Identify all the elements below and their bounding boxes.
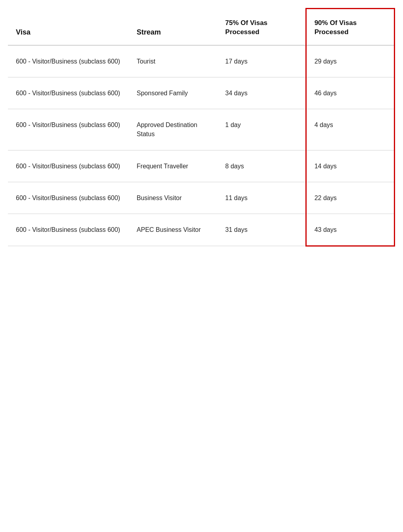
cell-visa: 600 - Visitor/Business (subclass 600) [8, 214, 129, 246]
cell-pct90: 29 days [306, 45, 394, 77]
cell-pct90: 46 days [306, 77, 394, 109]
header-pct75: 75% Of Visas Processed [217, 9, 306, 45]
table-row: 600 - Visitor/Business (subclass 600)Bus… [8, 182, 395, 214]
cell-pct90: 43 days [306, 214, 394, 246]
cell-stream: Approved Destination Status [129, 109, 217, 150]
table-row: 600 - Visitor/Business (subclass 600)Tou… [8, 45, 395, 77]
cell-pct75: 11 days [217, 182, 306, 214]
table-row: 600 - Visitor/Business (subclass 600)Fre… [8, 150, 395, 182]
cell-visa: 600 - Visitor/Business (subclass 600) [8, 45, 129, 77]
cell-pct75: 31 days [217, 214, 306, 246]
visa-processing-table-container: Visa Stream 75% Of Visas Processed 90% O… [8, 8, 395, 247]
cell-visa: 600 - Visitor/Business (subclass 600) [8, 150, 129, 182]
cell-stream: Frequent Traveller [129, 150, 217, 182]
cell-pct90: 4 days [306, 109, 394, 150]
cell-stream: Tourist [129, 45, 217, 77]
cell-pct90: 14 days [306, 150, 394, 182]
visa-processing-table: Visa Stream 75% Of Visas Processed 90% O… [8, 8, 395, 247]
cell-visa: 600 - Visitor/Business (subclass 600) [8, 109, 129, 150]
cell-visa: 600 - Visitor/Business (subclass 600) [8, 77, 129, 109]
cell-pct75: 1 day [217, 109, 306, 150]
header-pct90: 90% Of Visas Processed [306, 9, 394, 45]
header-stream: Stream [129, 9, 217, 45]
cell-stream: Sponsored Family [129, 77, 217, 109]
table-header-row: Visa Stream 75% Of Visas Processed 90% O… [8, 9, 395, 45]
cell-pct75: 8 days [217, 150, 306, 182]
table-row: 600 - Visitor/Business (subclass 600)App… [8, 109, 395, 150]
cell-stream: APEC Business Visitor [129, 214, 217, 246]
cell-visa: 600 - Visitor/Business (subclass 600) [8, 182, 129, 214]
cell-stream: Business Visitor [129, 182, 217, 214]
table-row: 600 - Visitor/Business (subclass 600)Spo… [8, 77, 395, 109]
cell-pct90: 22 days [306, 182, 394, 214]
cell-pct75: 17 days [217, 45, 306, 77]
table-row: 600 - Visitor/Business (subclass 600)APE… [8, 214, 395, 246]
header-visa: Visa [8, 9, 129, 45]
cell-pct75: 34 days [217, 77, 306, 109]
